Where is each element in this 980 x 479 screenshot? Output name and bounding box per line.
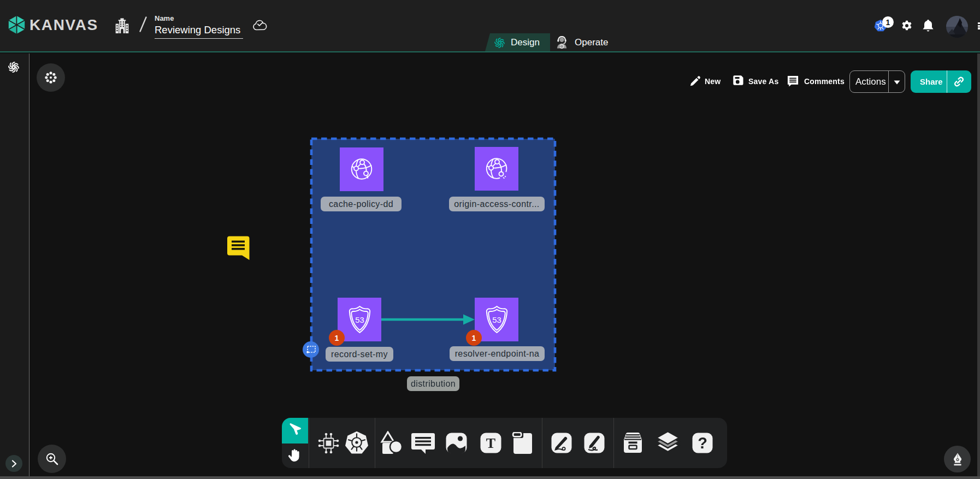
svg-text:53: 53 xyxy=(355,315,364,324)
svg-text:?: ? xyxy=(698,434,707,452)
svg-text:53: 53 xyxy=(492,315,501,324)
svg-text:T: T xyxy=(486,435,495,451)
